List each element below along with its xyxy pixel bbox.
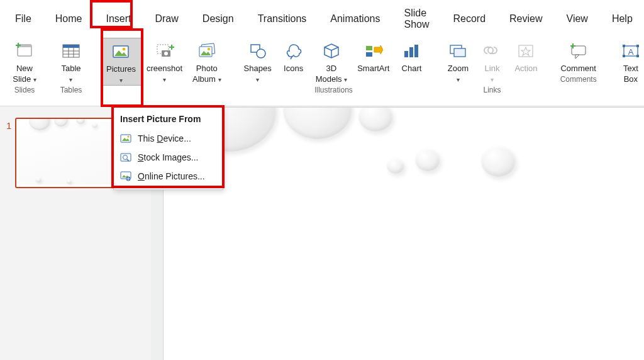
tab-transitions[interactable]: Transitions bbox=[252, 11, 313, 27]
icons-label: Icons bbox=[284, 62, 303, 74]
svg-rect-28 bbox=[366, 52, 372, 57]
svg-rect-45 bbox=[623, 55, 625, 57]
svg-rect-47 bbox=[121, 135, 131, 142]
menu-stock-images-label: Stock Images... bbox=[138, 152, 199, 162]
3d-models-label-2: Models bbox=[316, 74, 342, 84]
chevron-down-icon bbox=[163, 76, 166, 83]
text-box-label-2: Box bbox=[624, 74, 638, 84]
tab-home[interactable]: Home bbox=[49, 11, 89, 27]
tab-view[interactable]: View bbox=[560, 11, 594, 27]
photo-album-label-2: Album bbox=[192, 74, 216, 84]
new-slide-button[interactable]: NewSlide bbox=[8, 38, 42, 84]
slide-number: 1 bbox=[6, 118, 11, 131]
tab-file[interactable]: File bbox=[9, 11, 38, 27]
svg-rect-46 bbox=[636, 55, 639, 57]
menu-this-device[interactable]: This Device... bbox=[114, 129, 223, 148]
screenshot-button[interactable]: creenshot bbox=[142, 38, 187, 84]
table-icon bbox=[62, 40, 80, 62]
chevron-down-icon bbox=[33, 76, 36, 83]
cube-icon bbox=[322, 40, 341, 62]
chart-label: Chart bbox=[402, 62, 422, 74]
svg-point-12 bbox=[123, 48, 126, 51]
svg-point-49 bbox=[128, 136, 130, 138]
photo-album-icon bbox=[197, 40, 216, 62]
group-comments: Comment Comments bbox=[552, 37, 604, 111]
tab-insert[interactable]: Insert bbox=[99, 11, 137, 27]
action-label: Action bbox=[514, 62, 537, 74]
ribbon: NewSlide Slides Table Tables Pictures bbox=[0, 35, 644, 111]
tab-record[interactable]: Record bbox=[447, 11, 492, 27]
chevron-down-icon bbox=[491, 76, 494, 83]
ribbon-tabs: File Home Insert Draw Design Transitions… bbox=[0, 0, 644, 35]
comment-label: Comment bbox=[560, 62, 596, 74]
text-box-label-1: Text bbox=[623, 64, 638, 73]
group-links: Zoom Link Action Links bbox=[437, 37, 547, 111]
3d-models-button[interactable]: 3DModels bbox=[311, 38, 353, 84]
slide-canvas-pane[interactable] bbox=[151, 106, 644, 360]
link-button[interactable]: Link bbox=[475, 38, 509, 84]
new-slide-label-2: Slide bbox=[13, 74, 31, 84]
group-label-text bbox=[614, 84, 644, 96]
shapes-button[interactable]: Shapes bbox=[239, 38, 277, 84]
text-box-button[interactable]: A TextBox bbox=[614, 38, 644, 84]
group-tables: Table Tables bbox=[50, 37, 92, 111]
menu-online-pictures-label: Online Pictures... bbox=[138, 171, 205, 181]
chevron-down-icon bbox=[119, 77, 123, 84]
smartart-button[interactable]: SmartArt bbox=[352, 38, 394, 74]
pictures-icon bbox=[111, 41, 130, 62]
new-slide-icon bbox=[15, 40, 34, 62]
shapes-icon bbox=[248, 40, 267, 62]
table-button[interactable]: Table bbox=[54, 38, 88, 84]
group-label-comments: Comments bbox=[555, 74, 601, 85]
group-images: Pictures creenshot PhotoAlbum bbox=[97, 37, 230, 111]
table-label: Table bbox=[61, 64, 80, 73]
link-label: Link bbox=[485, 64, 500, 73]
action-button[interactable]: Action bbox=[509, 38, 543, 74]
zoom-icon bbox=[448, 40, 467, 62]
comment-button[interactable]: Comment bbox=[555, 38, 601, 74]
tab-slideshow[interactable]: Slide Show bbox=[397, 5, 435, 33]
pictures-label: Pictures bbox=[106, 64, 136, 74]
chevron-down-icon bbox=[457, 76, 460, 83]
chevron-down-icon bbox=[218, 76, 221, 83]
chart-button[interactable]: Chart bbox=[394, 38, 428, 74]
menu-online-pictures[interactable]: Online Pictures... bbox=[114, 167, 223, 186]
tab-review[interactable]: Review bbox=[503, 11, 548, 27]
screenshot-icon bbox=[155, 40, 174, 62]
tab-animations[interactable]: Animations bbox=[324, 11, 386, 27]
svg-rect-50 bbox=[121, 154, 131, 161]
stock-images-icon bbox=[120, 152, 131, 163]
group-label-links: Links bbox=[441, 84, 543, 96]
slide-canvas[interactable] bbox=[164, 108, 644, 360]
new-slide-label-1: New bbox=[16, 64, 33, 73]
chevron-down-icon bbox=[256, 76, 259, 83]
online-pictures-icon bbox=[120, 171, 131, 182]
tab-help[interactable]: Help bbox=[606, 11, 639, 27]
smartart-label: SmartArt bbox=[357, 62, 389, 74]
chevron-down-icon bbox=[69, 76, 72, 83]
group-label-images bbox=[101, 86, 226, 97]
svg-rect-30 bbox=[404, 51, 408, 57]
photo-album-button[interactable]: PhotoAlbum bbox=[187, 38, 226, 84]
svg-rect-27 bbox=[366, 46, 372, 50]
screenshot-label: creenshot bbox=[147, 64, 182, 73]
this-device-icon bbox=[120, 133, 131, 144]
svg-rect-44 bbox=[636, 45, 639, 47]
pictures-button[interactable]: Pictures bbox=[101, 38, 142, 86]
zoom-button[interactable]: Zoom bbox=[441, 38, 475, 84]
link-icon bbox=[482, 40, 501, 62]
shapes-label: Shapes bbox=[244, 64, 272, 73]
group-label-tables: Tables bbox=[54, 84, 88, 96]
photo-album-label-1: Photo bbox=[196, 64, 218, 73]
chart-icon bbox=[402, 40, 421, 62]
group-label-illustrations: Illustrations bbox=[239, 84, 429, 96]
svg-rect-31 bbox=[409, 47, 413, 57]
chevron-down-icon bbox=[344, 76, 347, 83]
action-icon bbox=[516, 40, 535, 62]
tab-design[interactable]: Design bbox=[196, 11, 240, 27]
tab-draw[interactable]: Draw bbox=[148, 11, 184, 27]
svg-point-23 bbox=[257, 49, 265, 58]
icons-button[interactable]: Icons bbox=[277, 38, 311, 74]
svg-marker-29 bbox=[374, 45, 383, 54]
menu-stock-images[interactable]: Stock Images... bbox=[114, 148, 223, 167]
